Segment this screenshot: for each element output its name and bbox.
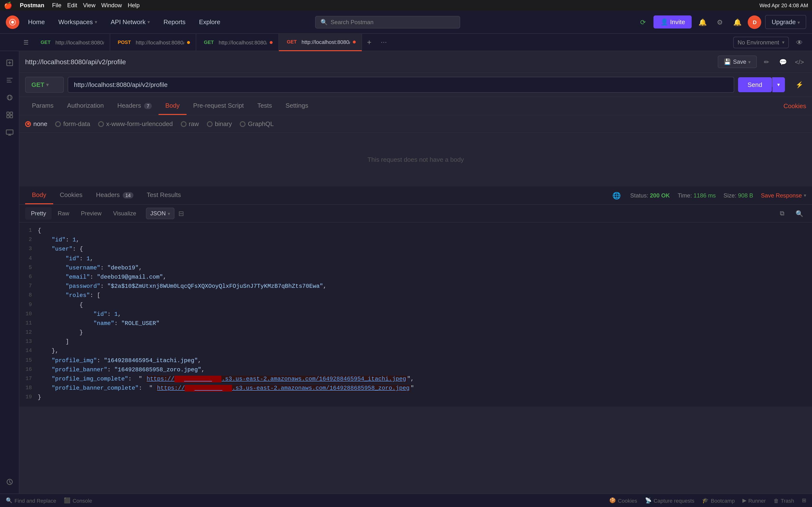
apple-menu[interactable]: 🍎 [4, 1, 12, 9]
edit-icon[interactable]: ✏ [760, 55, 773, 68]
avatar[interactable]: D [748, 15, 761, 29]
more-tabs-button[interactable]: ⋯ [376, 34, 391, 51]
send-button[interactable]: Send [738, 77, 772, 92]
body-options: none form-data x-www-form-urlencoded raw [19, 115, 812, 133]
code-icon[interactable]: </> [793, 55, 806, 68]
window-menu[interactable]: Window [101, 2, 122, 9]
resp-tab-test-results[interactable]: Test Results [140, 186, 188, 204]
invite-button[interactable]: 👤 Invite [654, 15, 692, 29]
radio-graphql[interactable]: GraphQL [240, 120, 274, 127]
json-line-3: 3 "user": { [19, 245, 812, 254]
code-tab-raw[interactable]: Raw [52, 207, 75, 220]
lightning-icon[interactable]: ⚡ [793, 78, 806, 92]
cookies-button[interactable]: 🍪 Cookies [609, 497, 637, 504]
capture-requests-button[interactable]: 📡 Capture requests [645, 497, 695, 504]
bell-icon[interactable]: 🔔 [730, 15, 744, 29]
explore-nav[interactable]: Explore [194, 16, 225, 28]
format-select[interactable]: JSON ▾ [146, 208, 174, 219]
code-tab-pretty[interactable]: Pretty [25, 207, 52, 220]
tab-headers[interactable]: Headers 7 [110, 97, 158, 115]
edit-menu[interactable]: Edit [67, 2, 77, 9]
env-selector: No Environment ▾ 👁 [733, 36, 812, 49]
sidebar-mock-icon[interactable] [2, 107, 17, 123]
tab-params[interactable]: Params [25, 97, 60, 115]
notifications-icon[interactable]: 🔔 [696, 15, 709, 29]
filter-icon[interactable]: ⊟ [179, 210, 184, 217]
save-chevron: ▾ [748, 59, 751, 64]
find-replace-button[interactable]: 🔍 Find and Replace [6, 497, 56, 504]
add-tab-button[interactable]: + [362, 34, 376, 51]
response-tabs-row: Body Cookies Headers 14 Test Results 🌐 [19, 186, 812, 205]
json-line-2: 2 "id": 1, [19, 236, 812, 245]
response-section: Body Cookies Headers 14 Test Results 🌐 [19, 186, 812, 494]
code-tab-preview[interactable]: Preview [75, 207, 107, 220]
console-button[interactable]: ⬛ Console [64, 497, 92, 504]
json-line-12: 12 } [19, 328, 812, 338]
tab-1[interactable]: GET http://localhost:8080/a... [33, 34, 110, 51]
file-menu[interactable]: File [52, 2, 61, 9]
cookies-link[interactable]: Cookies [783, 102, 806, 110]
radio-none[interactable]: none [25, 120, 47, 127]
home-nav[interactable]: Home [23, 16, 50, 28]
send-dropdown[interactable]: ▾ [772, 77, 785, 92]
env-eye-icon[interactable]: 👁 [793, 36, 806, 49]
bootcamp-button[interactable]: 🎓 Bootcamp [702, 497, 735, 504]
save-response-button[interactable]: Save Response ▾ [761, 192, 806, 199]
sidebar-new-icon[interactable] [2, 55, 17, 70]
tab-settings[interactable]: Settings [279, 97, 315, 115]
tab-4[interactable]: GET http://localhost:8080/a... [279, 34, 362, 51]
tab-pre-request[interactable]: Pre-request Script [186, 97, 251, 115]
radio-binary[interactable]: binary [207, 120, 232, 127]
sidebar-environments-icon[interactable] [2, 90, 17, 105]
radio-form-data[interactable]: form-data [55, 120, 90, 127]
method-select[interactable]: GET ▾ [25, 77, 64, 93]
tab-authorization[interactable]: Authorization [60, 97, 111, 115]
profile-img-link[interactable]: https://REDACTED.s3.us-east-2.amazonaws.… [146, 376, 407, 382]
tab-4-method: GET [285, 39, 299, 45]
layout-icon[interactable]: ⊞ [802, 497, 806, 504]
search-resp-icon[interactable]: 🔍 [793, 207, 806, 220]
workspaces-nav[interactable]: Workspaces ▾ [53, 16, 102, 28]
tab-3-url: http://localhost:8080/a... [219, 39, 267, 45]
tab-tests[interactable]: Tests [251, 97, 279, 115]
sidebar-monitor-icon[interactable] [2, 125, 17, 140]
url-actions: 💾 Save ▾ ✏ 💬 </> [717, 55, 806, 68]
profile-banner-link[interactable]: https://REDACTED.s3.us-east-2.amazonaws.… [156, 385, 411, 392]
view-menu[interactable]: View [83, 2, 95, 9]
api-network-nav[interactable]: API Network ▾ [106, 16, 155, 28]
trash-button[interactable]: 🗑 Trash [773, 498, 794, 503]
json-viewer[interactable]: 1 { 2 "id": 1, 3 "user": { 4 [19, 223, 812, 494]
env-dropdown[interactable]: No Environment ▾ [733, 37, 789, 48]
save-response-chevron: ▾ [804, 193, 806, 198]
resp-tab-headers[interactable]: Headers 14 [89, 186, 140, 204]
search-bar[interactable]: 🔍 Search Postman [315, 16, 460, 28]
copy-icon[interactable]: ⧉ [775, 207, 789, 220]
radio-raw[interactable]: raw [181, 120, 199, 127]
resp-headers-badge: 14 [123, 192, 133, 199]
sidebar-collections-icon[interactable] [2, 72, 17, 88]
upgrade-button[interactable]: Upgrade ▾ [765, 15, 806, 29]
tab-body[interactable]: Body [158, 97, 186, 115]
svg-point-3 [8, 95, 11, 100]
comment-icon[interactable]: 💬 [776, 55, 790, 68]
url-bar-container: http://localhost:8080/api/v2/profile 💾 S… [19, 51, 812, 73]
nav-right: ⟳ 👤 Invite 🔔 ⚙ 🔔 D Upgrade ▾ [636, 15, 806, 29]
save-button[interactable]: 💾 Save ▾ [717, 56, 757, 68]
resp-tab-cookies[interactable]: Cookies [53, 186, 89, 204]
sidebar-history-icon[interactable] [2, 474, 17, 490]
tab-3[interactable]: GET http://localhost:8080/a... [196, 34, 279, 51]
settings-icon[interactable]: ⚙ [713, 15, 727, 29]
url-input[interactable] [68, 77, 734, 93]
runner-button[interactable]: ▶ Runner [743, 497, 766, 504]
help-menu[interactable]: Help [128, 2, 140, 9]
tab-2-url: http://localhost:8080/... [136, 39, 184, 45]
resp-tab-body[interactable]: Body [25, 186, 53, 204]
json-line-16: 16 "profile_banner": "1649288685958_zoro… [19, 365, 812, 375]
sync-icon[interactable]: ⟳ [636, 15, 650, 29]
code-tab-visualize[interactable]: Visualize [107, 207, 142, 220]
radio-urlencoded[interactable]: x-www-form-urlencoded [98, 120, 173, 127]
logo[interactable] [6, 15, 19, 29]
sidebar-toggle[interactable]: ☰ [19, 36, 33, 49]
tab-2[interactable]: POST http://localhost:8080/... [110, 34, 196, 51]
reports-nav[interactable]: Reports [158, 16, 190, 28]
